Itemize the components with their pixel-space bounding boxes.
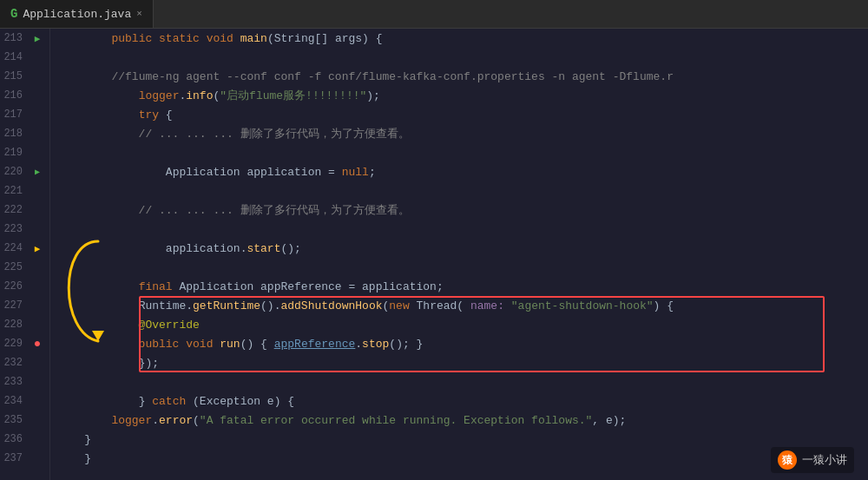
line-number: 222 xyxy=(0,204,28,216)
line-row: 218 xyxy=(0,124,49,143)
line-row: 217 xyxy=(0,105,49,124)
code-token: } xyxy=(84,452,91,465)
code-token: // ... ... ... 删除了多行代码，为了方便查看。 xyxy=(57,202,410,218)
code-token: , e); xyxy=(592,414,626,427)
watermark-icon: 猿 xyxy=(778,450,797,470)
code-token: //flume-ng agent --conf conf -f conf/flu… xyxy=(111,70,674,83)
line-number: 223 xyxy=(0,223,28,235)
line-row: 236 xyxy=(0,430,49,449)
line-number: 228 xyxy=(0,319,28,331)
code-line: } xyxy=(57,449,868,468)
line-row: 229● xyxy=(0,334,49,353)
code-line: Runtime.getRuntime().addShutdownHook(new… xyxy=(57,296,868,315)
debug-arrow-icon: ▶ xyxy=(35,167,40,177)
code-token: ( xyxy=(383,299,390,312)
code-token: (Exception e) { xyxy=(193,395,294,408)
yellow-debug-icon: ▶ xyxy=(35,243,41,254)
java-icon: G xyxy=(10,7,17,21)
code-token: stop xyxy=(362,338,389,351)
code-token: start xyxy=(247,242,280,255)
line-row: 214 xyxy=(0,48,49,67)
line-number: 236 xyxy=(0,433,28,445)
code-line xyxy=(57,181,868,201)
code-token: () { xyxy=(240,338,274,351)
code-token: void xyxy=(207,32,240,45)
code-token: logger xyxy=(57,414,152,427)
code-token: } xyxy=(139,395,153,408)
line-number: 235 xyxy=(0,414,28,426)
code-token: try xyxy=(139,108,166,122)
code-line: logger.error("A fatal error occurred whi… xyxy=(57,411,868,430)
code-token: @Override xyxy=(57,319,200,332)
code-token: public xyxy=(57,338,186,351)
code-token: ); xyxy=(366,89,380,102)
code-line: }); xyxy=(57,353,868,372)
line-number: 218 xyxy=(0,128,28,140)
line-row: 223 xyxy=(0,220,49,239)
code-token: . xyxy=(152,414,159,427)
code-token: logger xyxy=(139,89,180,102)
line-row: 235 xyxy=(0,411,49,430)
run-icon[interactable]: ▶ xyxy=(35,33,41,44)
code-token xyxy=(504,299,511,312)
line-number: 213 xyxy=(0,32,28,44)
line-number: 225 xyxy=(0,261,28,273)
code-token: getRuntime xyxy=(193,299,260,312)
line-row: 237 xyxy=(0,449,49,468)
code-line: final Application appReference = applica… xyxy=(57,277,868,296)
code-area: 213▶214215216217218219220▶221222223224▶2… xyxy=(0,29,868,480)
line-row: 213▶ xyxy=(0,29,49,48)
line-number: 237 xyxy=(0,452,28,464)
line-number: 220 xyxy=(0,166,28,178)
code-token: . xyxy=(355,338,362,351)
code-line xyxy=(57,143,868,162)
line-number: 219 xyxy=(0,147,28,159)
line-row: 215 xyxy=(0,67,49,86)
line-row: 226 xyxy=(0,277,49,296)
code-token: null xyxy=(342,166,369,179)
code-token: addShutdownHook xyxy=(280,299,382,312)
line-number: 221 xyxy=(0,185,28,197)
code-token: application. xyxy=(166,242,247,255)
code-token: ( xyxy=(193,414,200,427)
code-token: new xyxy=(389,299,416,312)
code-token: name: xyxy=(470,299,504,312)
code-line: logger.info("启动flume服务!!!!!!!!"); xyxy=(57,86,868,105)
line-row: 225 xyxy=(0,258,49,277)
code-token: info xyxy=(186,89,213,102)
code-token: ; xyxy=(369,166,376,179)
code-token: "agent-shutdown-hook" xyxy=(511,299,654,312)
line-row: 233 xyxy=(0,372,49,391)
code-token: // ... ... ... 删除了多行代码，为了方便查看。 xyxy=(57,126,410,141)
line-row: 227 xyxy=(0,296,49,315)
code-line: @Override xyxy=(57,315,868,334)
code-line: try { xyxy=(57,105,868,124)
code-line: Application application = null; xyxy=(57,162,868,181)
code-token: (). xyxy=(260,299,280,312)
tab-close-button[interactable]: × xyxy=(136,9,142,19)
line-row: 220▶ xyxy=(0,162,49,181)
code-content: public static void main(String[] args) {… xyxy=(50,29,868,480)
code-token: }); xyxy=(139,357,159,370)
code-line: } catch (Exception e) { xyxy=(57,391,868,411)
line-row: 221 xyxy=(0,181,49,201)
line-number: 214 xyxy=(0,51,28,63)
watermark: 猿 一猿小讲 xyxy=(771,447,854,473)
code-line: // ... ... ... 删除了多行代码，为了方便查看。 xyxy=(57,201,868,220)
line-row: 224▶ xyxy=(0,239,49,258)
code-line xyxy=(57,258,868,277)
code-line: //flume-ng agent --conf conf -f conf/flu… xyxy=(57,67,868,86)
code-token: void xyxy=(186,338,220,351)
code-token: ) { xyxy=(654,299,674,312)
code-token: (String[] args) { xyxy=(267,32,383,45)
line-row: 234 xyxy=(0,391,49,411)
code-token: Application application = xyxy=(166,166,342,179)
code-line: } xyxy=(57,430,868,449)
code-token: } xyxy=(57,433,91,446)
line-row: 216 xyxy=(0,86,49,105)
line-gutter: 213▶214215216217218219220▶221222223224▶2… xyxy=(0,29,50,480)
code-line xyxy=(57,372,868,391)
code-token: static xyxy=(159,32,207,45)
tab-application-java[interactable]: G Application.java × xyxy=(0,0,154,28)
breakpoint-dot[interactable]: ● xyxy=(34,337,41,351)
